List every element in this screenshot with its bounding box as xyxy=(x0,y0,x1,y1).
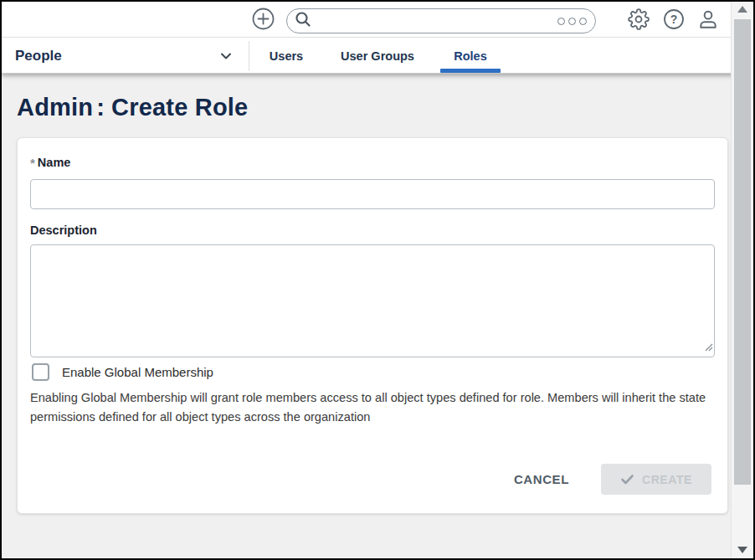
gear-icon xyxy=(628,8,650,33)
description-textarea[interactable] xyxy=(30,244,715,357)
search-icon xyxy=(294,10,312,32)
name-label-text: Name xyxy=(38,156,71,169)
form-actions: CANCEL CREATE xyxy=(30,464,715,495)
page-title: Admin:Create Role xyxy=(17,94,725,121)
page-title-text: Create Role xyxy=(111,94,248,121)
scroll-up-button[interactable] xyxy=(737,6,747,13)
add-button[interactable] xyxy=(252,9,274,31)
enable-global-membership-label: Enable Global Membership xyxy=(62,365,213,379)
global-membership-row: Enable Global Membership xyxy=(30,363,715,381)
create-button-label: CREATE xyxy=(642,473,692,486)
search-options-icon[interactable] xyxy=(557,18,587,25)
required-asterisk-icon: * xyxy=(30,156,35,170)
global-membership-helper-text: Enabling Global Membership will grant ro… xyxy=(30,388,715,427)
context-selector-people[interactable]: People xyxy=(2,38,249,74)
description-label-text: Description xyxy=(30,223,97,237)
name-field-label: * Name xyxy=(30,156,715,170)
plus-icon xyxy=(252,8,275,33)
context-selector-label: People xyxy=(15,48,62,64)
help-icon: ? xyxy=(663,8,685,33)
chevron-down-icon xyxy=(218,49,234,67)
nav-bar: People Users User Groups Roles xyxy=(2,38,753,74)
user-icon xyxy=(697,8,719,33)
app-window: ? People Users User Groups xyxy=(0,0,755,560)
tab-users[interactable]: Users xyxy=(255,38,317,74)
account-button[interactable] xyxy=(697,9,719,31)
scroll-down-button[interactable] xyxy=(737,547,747,553)
active-tab-indicator xyxy=(440,69,501,73)
settings-button[interactable] xyxy=(628,9,650,31)
enable-global-membership-checkbox[interactable] xyxy=(32,363,49,381)
search-input[interactable] xyxy=(312,11,557,31)
nav-divider xyxy=(249,41,249,71)
svg-text:?: ? xyxy=(670,13,678,26)
help-button[interactable]: ? xyxy=(663,9,685,31)
name-input[interactable] xyxy=(30,179,715,209)
cancel-button[interactable]: CANCEL xyxy=(514,472,569,486)
top-bar: ? xyxy=(2,2,753,38)
page-title-separator: : xyxy=(96,94,105,121)
checkmark-icon xyxy=(620,472,634,486)
create-role-form-card: * Name Description Enable Global Members… xyxy=(17,137,728,514)
description-field-label: Description xyxy=(30,223,715,237)
tab-user-groups[interactable]: User Groups xyxy=(335,38,420,74)
search-bar[interactable] xyxy=(286,8,596,33)
resize-handle-icon[interactable] xyxy=(703,340,713,355)
vertical-scrollbar[interactable] xyxy=(731,2,753,558)
page-title-prefix: Admin xyxy=(17,94,93,121)
create-button[interactable]: CREATE xyxy=(601,464,711,495)
scrollbar-thumb[interactable] xyxy=(734,19,751,485)
main-content: Admin:Create Role * Name Description xyxy=(2,94,753,514)
